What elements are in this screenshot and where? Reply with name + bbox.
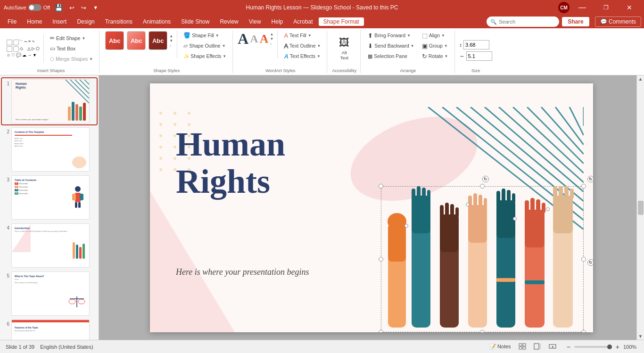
zoom-out-button[interactable]: − [565,342,572,352]
send-backward-button[interactable]: ⬇ Send Backward ▼ [365,41,416,51]
menu-slideshow[interactable]: Slide Show [176,17,214,26]
sub-handle-1[interactable] [405,224,408,228]
menu-review[interactable]: Review [215,17,243,26]
shape-speech[interactable]: 💬 [16,53,21,57]
hands-illustration-container[interactable]: ↻ ↻ ↻ [381,186,584,332]
menu-transitions[interactable]: Transitions [100,17,137,26]
minimize-button[interactable]: — [571,0,593,15]
shape-star[interactable]: ☆ [7,53,10,57]
menu-home[interactable]: Home [22,17,47,26]
scroll-up[interactable]: ▲ [638,76,643,82]
shape-zigzag[interactable]: 〜 [24,40,27,45]
notes-button[interactable]: 📝 Notes [487,343,513,351]
width-input[interactable] [466,51,492,61]
shape-effects-button[interactable]: ✨ Shape Effects ▼ [181,51,229,61]
slide-thumb-5[interactable]: 5 What Is This Topic About? Focus Here i… [2,271,97,317]
slide-view-button[interactable] [517,342,528,352]
slide-thumb-2[interactable]: 2 Contents of This Template ■ Item one■ … [2,126,97,172]
wordart-a-outline[interactable]: A [250,33,258,45]
text-outline-button[interactable]: A Text Outline ▼ [281,41,323,51]
shape-heart[interactable]: ♡ [11,53,15,57]
slide-main-title[interactable]: Human Rights [176,126,285,200]
shape-diamond[interactable]: ◇ [20,46,26,52]
sub-handle-4[interactable] [546,207,550,211]
rotate-handle-tr[interactable]: ↻ [587,176,593,182]
wordart-up[interactable]: ▲ [270,32,273,36]
alt-text-button[interactable]: 🖼 AltText [336,36,353,61]
group-button[interactable]: ▣ Group ▼ [420,41,451,51]
wordart-a-plain[interactable]: A [238,30,248,48]
wordart-a-gradient[interactable]: A [260,32,269,46]
shape-outline-button[interactable]: ▱ Shape Outline ▼ [181,41,229,51]
shape-pent[interactable]: ⬠ [36,46,40,52]
swatch-up[interactable]: ▲ [169,34,173,38]
redo-button[interactable]: ↪ [79,3,88,12]
shape-fill-button[interactable]: 🪣 Shape Fill ▼ [181,30,229,41]
normal-view-button[interactable] [532,342,543,352]
shape-rect[interactable] [7,46,12,52]
customize-button[interactable]: ▼ [91,4,100,11]
shape-more[interactable]: ▼ [33,53,37,57]
height-input[interactable] [463,40,489,49]
bring-forward-button[interactable]: ⬆ Bring Forward ▼ [365,30,416,41]
merge-shapes-button[interactable]: ⬡ Merge Shapes ▼ [48,54,95,64]
comments-button[interactable]: 💬 Comments [595,16,641,27]
shape-cloud[interactable]: ☁ [22,53,26,57]
right-scrollbar[interactable]: ▲ ▼ [636,75,644,340]
shape-swatch-3[interactable]: Abc [149,31,167,50]
reading-view-button[interactable] [547,342,558,352]
swatch-down[interactable]: ▼ [169,39,173,43]
slide-canvas[interactable]: Human Rights Here is where your presenta… [150,83,593,332]
text-fill-button[interactable]: A Text Fill ▼ [281,30,323,41]
align-button[interactable]: ⬚ Align ▼ [420,30,451,41]
menu-shape-format[interactable]: Shape Format [319,17,364,26]
share-button[interactable]: Share [562,17,589,26]
wordart-more[interactable]: ⬦ [270,41,273,46]
slide-subtitle[interactable]: Here is where your presentation begins [176,267,309,277]
close-button[interactable]: ✕ [619,0,640,15]
selection-pane-button[interactable]: ▦ Selection Pane [365,51,416,61]
undo-button[interactable]: ↩ [67,3,76,12]
menu-design[interactable]: Design [72,17,99,26]
rotate-handle-tc[interactable]: ↻ [482,176,489,182]
sub-handle-3[interactable] [513,217,517,221]
shape-curve[interactable]: ⌒ [20,40,23,45]
slide-thumb-1[interactable]: 1 HumanRigh [2,78,97,124]
slide-thumb-3[interactable]: 3 Table of Contents 01Placeholder 02Plac… [2,174,97,221]
edit-shape-button[interactable]: ✏ Edit Shape ▼ [48,33,95,43]
zoom-slider[interactable] [574,346,612,348]
menu-view[interactable]: View [244,17,266,26]
zoom-in-button[interactable]: + [614,342,621,352]
search-box[interactable]: 🔍 [487,16,559,27]
slide-thumb-6[interactable]: 6 Features of the Topic Brief descriptio… [2,319,97,340]
slide-thumb-4[interactable]: 4 Introduction Here is a place for a bri… [2,222,97,269]
shape-scribble[interactable]: ∿ [32,40,35,45]
shape-arrow[interactable] [13,40,19,45]
save-button[interactable]: 💾 [53,3,65,12]
menu-help[interactable]: Help [267,17,288,26]
search-input[interactable] [499,19,555,25]
shape-freeform[interactable]: ✏ [28,40,31,45]
swatch-more[interactable]: ⬦ [169,43,173,48]
shape-arrow-right[interactable]: → [27,53,32,57]
shape-tri[interactable]: △ [27,46,31,52]
shape-rtri[interactable]: ▷ [32,46,35,52]
autosave-toggle[interactable] [28,4,41,11]
scroll-thumb[interactable] [638,201,644,215]
zoom-thumb[interactable] [607,345,612,349]
menu-file[interactable]: File [3,17,21,26]
restore-button[interactable]: ❐ [595,0,617,15]
shape-rect-round[interactable] [13,46,19,52]
shape-line[interactable] [7,40,12,45]
scroll-down[interactable]: ▼ [638,334,643,339]
menu-insert[interactable]: Insert [48,17,71,26]
wordart-down[interactable]: ▼ [270,37,273,41]
menu-animations[interactable]: Animations [138,17,175,26]
rotate-button[interactable]: ↻ Rotate ▼ [420,51,451,61]
shape-swatch-1[interactable]: Abc [105,31,124,50]
shape-swatch-2[interactable]: Abc [127,31,146,50]
menu-acrobat[interactable]: Acrobat [289,17,317,26]
text-box-button[interactable]: ▭ Text Box [48,43,95,54]
rotate-handle-mr[interactable]: ↻ [587,259,593,266]
sub-handle-2[interactable] [466,203,470,206]
